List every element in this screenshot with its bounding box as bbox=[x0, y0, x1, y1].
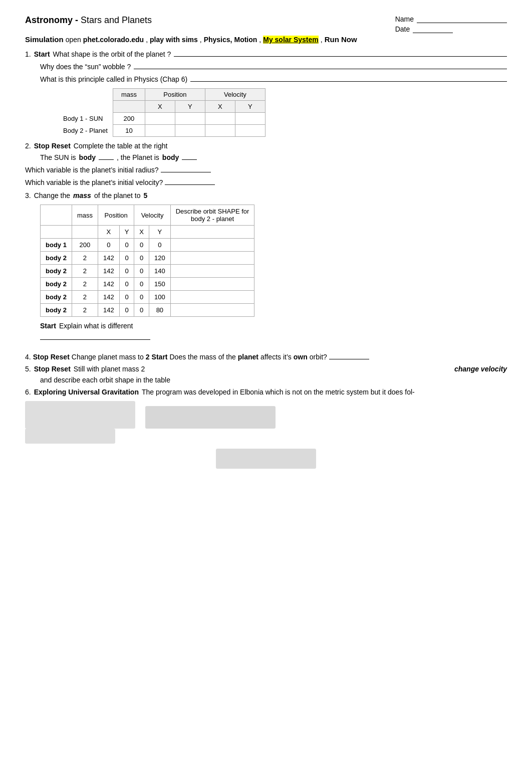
sim-open: open bbox=[66, 36, 81, 44]
section3-explain-blank[interactable] bbox=[40, 332, 150, 340]
section1-table: mass Position Velocity X Y X Y Body 1 - … bbox=[55, 88, 265, 137]
section1-label: Start bbox=[34, 50, 50, 58]
s3-row4-vel_y: 100 bbox=[149, 291, 171, 304]
section2-radius-answer[interactable] bbox=[161, 164, 211, 172]
section2-planet-blank[interactable] bbox=[182, 153, 197, 160]
section1-q3-answer[interactable] bbox=[190, 74, 507, 82]
table-body2-vx[interactable] bbox=[205, 125, 235, 137]
section1-q2-text: Why does the “sun” wobble ? bbox=[40, 63, 131, 71]
section1-q2-answer[interactable] bbox=[134, 61, 507, 69]
s3-row0-describe[interactable] bbox=[170, 239, 254, 252]
table-empty-corner bbox=[55, 89, 113, 101]
s3-row0-vel_y: 0 bbox=[149, 239, 171, 252]
table-sub-mass bbox=[113, 101, 145, 113]
table-header-position: Position bbox=[145, 89, 205, 101]
dt-empty bbox=[41, 205, 72, 226]
section6-number: 6. bbox=[25, 388, 31, 396]
table-header-mass: mass bbox=[113, 89, 145, 101]
table-body1-vy[interactable] bbox=[235, 113, 265, 125]
section2-sun-blank[interactable] bbox=[99, 153, 114, 160]
section5-instruction: Still with planet mass 2 bbox=[74, 365, 145, 373]
simulation-label: Simulation bbox=[25, 35, 64, 44]
section6-text: The program was developed in Elbonia whi… bbox=[142, 388, 415, 396]
s3-row4-pos_x: 142 bbox=[98, 291, 119, 304]
sim-physics: Physics, bbox=[204, 36, 232, 44]
section-4: 4. Stop Reset Change planet mass to 2 St… bbox=[25, 351, 507, 361]
s3-row2-pos_y: 0 bbox=[119, 265, 134, 278]
sim-sep3: , bbox=[259, 36, 261, 44]
table-row: Body 2 - Planet 10 bbox=[55, 125, 265, 137]
section4-answer[interactable] bbox=[329, 351, 369, 359]
name-date-area: Name Date bbox=[395, 15, 507, 33]
section1-q1-line: 1. Start What shape is the orbit of the … bbox=[25, 49, 507, 58]
table-body1-vx[interactable] bbox=[205, 113, 235, 125]
table-header-velocity: Velocity bbox=[205, 89, 265, 101]
sim-link[interactable]: phet.colorado.edu bbox=[83, 36, 144, 44]
section2-velocity-line: Which variable is the planet’s initial v… bbox=[25, 177, 507, 186]
section5-label: Stop Reset bbox=[34, 365, 71, 373]
section4-instruction: Change planet mass to bbox=[72, 353, 144, 361]
dt-velocity: Velocity bbox=[134, 205, 170, 226]
s3-row5-label: body 2 bbox=[41, 304, 72, 317]
dt-sub-vy: Y bbox=[149, 226, 171, 239]
s3-row0-pos_x: 0 bbox=[98, 239, 119, 252]
section-2: 2. Stop Reset Complete the table at the … bbox=[25, 142, 507, 186]
s3-row3-mass: 2 bbox=[72, 278, 98, 291]
run-now-button[interactable]: Run Now bbox=[325, 35, 357, 44]
s3-row3-describe[interactable] bbox=[170, 278, 254, 291]
section1-q2-line: Why does the “sun” wobble ? bbox=[40, 61, 507, 71]
section4-q2: affects it’s bbox=[260, 353, 292, 361]
s3-row2-describe[interactable] bbox=[170, 265, 254, 278]
dt-sub-py: Y bbox=[119, 226, 134, 239]
section4-q3: orbit? bbox=[310, 353, 327, 361]
s3-row1-describe[interactable] bbox=[170, 252, 254, 265]
section5-sub-text: and describe each orbit shape in the tab… bbox=[40, 376, 170, 384]
s3-row1-label: body 2 bbox=[41, 252, 72, 265]
section5-velocity: velocity bbox=[481, 365, 507, 373]
table-row: body 2214200140 bbox=[41, 265, 254, 278]
table-row: body 2214200100 bbox=[41, 291, 254, 304]
table-body1-py[interactable] bbox=[175, 113, 205, 125]
section3-mass: mass bbox=[73, 191, 91, 200]
section2-velocity-answer[interactable] bbox=[165, 177, 215, 185]
table-body2-px[interactable] bbox=[145, 125, 175, 137]
title-bold: Astronomy - bbox=[25, 15, 78, 25]
table-body2-py[interactable] bbox=[175, 125, 205, 137]
dt-describe: Describe orbit SHAPE forbody 2 - planet bbox=[170, 205, 254, 226]
table-sub-px: X bbox=[145, 101, 175, 113]
section2-main-line: 2. Stop Reset Complete the table at the … bbox=[25, 142, 507, 150]
section2-comma: , the Planet is bbox=[117, 153, 159, 161]
section5-change: change bbox=[454, 365, 479, 373]
section3-explain-line bbox=[40, 332, 507, 341]
name-field[interactable] bbox=[417, 15, 507, 23]
section2-number: 2. bbox=[25, 142, 31, 150]
s3-row5-describe[interactable] bbox=[170, 304, 254, 317]
section1-q1-answer[interactable] bbox=[174, 49, 507, 57]
section-5: 5. Stop Reset Still with planet mass 2 c… bbox=[25, 365, 507, 384]
s3-row1-pos_x: 142 bbox=[98, 252, 119, 265]
s3-row5-pos_y: 0 bbox=[119, 304, 134, 317]
sim-sep2: , bbox=[200, 36, 202, 44]
section5-right: change velocity bbox=[454, 365, 507, 373]
section4-instruction2: Start bbox=[152, 353, 168, 361]
table-row: body 221420080 bbox=[41, 304, 254, 317]
s3-row1-mass: 2 bbox=[72, 252, 98, 265]
section4-line: 4. Stop Reset Change planet mass to 2 St… bbox=[25, 351, 507, 361]
section2-sun-bold: body bbox=[79, 153, 96, 161]
section6-line: 6. Exploring Universal Gravitation The p… bbox=[25, 388, 507, 396]
blur-spacer bbox=[125, 429, 507, 444]
sim-highlight[interactable]: My solar System bbox=[263, 36, 319, 44]
table-body2-vy[interactable] bbox=[235, 125, 265, 137]
section2-sun-text: The SUN is bbox=[40, 153, 76, 161]
s3-row1-pos_y: 0 bbox=[119, 252, 134, 265]
section3-intro2: of the planet to bbox=[94, 191, 141, 200]
table-body1-px[interactable] bbox=[145, 113, 175, 125]
date-field[interactable] bbox=[413, 25, 453, 33]
section2-label: Stop Reset bbox=[34, 142, 71, 150]
s3-row4-describe[interactable] bbox=[170, 291, 254, 304]
table-body1-mass: 200 bbox=[113, 113, 145, 125]
section1-q3-text: What is this principle called in Physics… bbox=[40, 75, 187, 83]
section2-instruction: Complete the table at the right bbox=[74, 142, 168, 150]
section4-value: 2 bbox=[146, 353, 150, 361]
table-body2-label: Body 2 - Planet bbox=[55, 125, 113, 137]
